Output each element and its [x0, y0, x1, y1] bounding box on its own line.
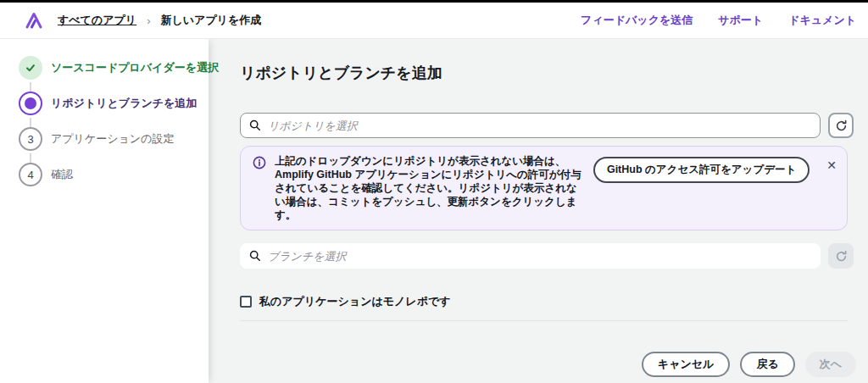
search-icon	[249, 250, 261, 262]
step-label: 確認	[51, 167, 73, 182]
monorepo-checkbox-label: 私のアプリケーションはモノレポです	[259, 294, 451, 309]
wizard-footer-actions: キャンセル 戻る 次へ	[642, 352, 856, 377]
branch-select-combobox[interactable]	[240, 243, 821, 269]
monorepo-checkbox[interactable]	[240, 296, 252, 308]
step-2-add-repository-branch[interactable]: リポジトリとブランチを追加	[19, 92, 197, 115]
step-3-app-settings: 3 アプリケーションの設定	[19, 127, 174, 151]
step-label: リポジトリとブランチを追加	[51, 96, 197, 111]
update-github-permissions-button[interactable]: GitHub のアクセス許可をアップデート	[593, 157, 810, 183]
step-current-radio-icon	[19, 92, 42, 115]
step-number-badge: 3	[19, 127, 42, 151]
documentation-link[interactable]: ドキュメント	[788, 13, 856, 28]
breadcrumb-chevron-icon: ›	[147, 14, 150, 27]
step-1-select-source-provider[interactable]: ソースコードプロバイダーを選択	[19, 56, 219, 80]
repository-select-input[interactable]	[268, 119, 811, 132]
amplify-console-window: すべてのアプリ › 新しいアプリを作成 フィードバックを送信 サポート ドキュメ…	[0, 0, 868, 383]
breadcrumb-all-apps-link[interactable]: すべてのアプリ	[58, 13, 136, 28]
step-4-review: 4 確認	[19, 163, 73, 186]
step-label: アプリケーションの設定	[51, 131, 174, 147]
header-nav: フィードバックを送信 サポート ドキュメント	[581, 13, 856, 28]
footer-divider	[240, 320, 848, 321]
refresh-branches-button-disabled[interactable]	[828, 243, 854, 269]
refresh-repositories-button[interactable]	[828, 113, 854, 138]
monorepo-checkbox-row: 私のアプリケーションはモノレポです	[240, 294, 451, 309]
step-connector	[30, 118, 31, 127]
amplify-logo-icon[interactable]	[24, 10, 44, 31]
step-connector	[30, 82, 31, 92]
alert-message: 上記のドロップダウンにリポジトリが表示されない場合は、Amplify GitHu…	[275, 154, 585, 222]
top-header: すべてのアプリ › 新しいアプリを作成 フィードバックを送信 サポート ドキュメ…	[0, 3, 868, 39]
repository-select-combobox[interactable]	[240, 113, 821, 138]
search-icon	[249, 119, 261, 131]
support-link[interactable]: サポート	[718, 13, 763, 28]
breadcrumb-current-page: 新しいアプリを作成	[160, 13, 261, 28]
send-feedback-link[interactable]: フィードバックを送信	[581, 13, 693, 28]
step-label: ソースコードプロバイダーを選択	[51, 60, 219, 75]
step-number-badge: 4	[19, 163, 42, 186]
info-icon	[253, 156, 266, 169]
close-alert-icon[interactable]: ✕	[826, 159, 837, 171]
next-button-disabled[interactable]: 次へ	[805, 352, 856, 377]
wizard-steps-sidebar: ソースコードプロバイダーを選択 リポジトリとブランチを追加 3 アプリケーション…	[0, 39, 209, 383]
back-button[interactable]: 戻る	[740, 352, 794, 377]
step-connector	[30, 153, 31, 163]
page-title: リポジトリとブランチを追加	[240, 63, 442, 83]
cancel-button[interactable]: キャンセル	[642, 352, 731, 377]
branch-select-input[interactable]	[268, 250, 811, 263]
main-content: リポジトリとブランチを追加 上記のドロップダウンにリポジトリが表示されない場合は…	[209, 39, 868, 383]
github-permissions-info-alert: 上記のドロップダウンにリポジトリが表示されない場合は、Amplify GitHu…	[240, 146, 848, 230]
step-complete-check-icon	[19, 56, 42, 80]
